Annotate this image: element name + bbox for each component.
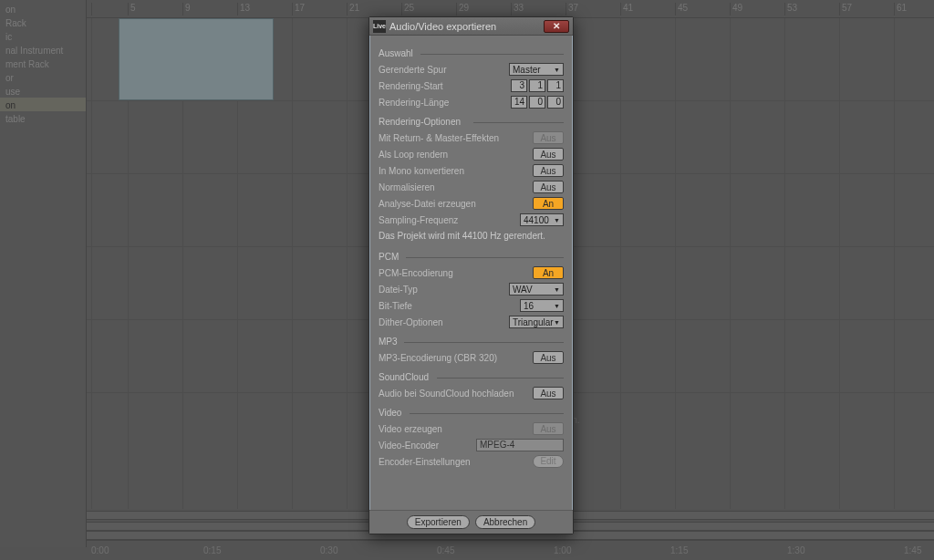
pcm-encode-label: PCM-Encodierung — [379, 268, 529, 278]
render-length-label: Rendering-Länge — [379, 98, 507, 108]
bar-ruler-tick: 61 — [894, 3, 907, 16]
time-ruler-tick: 0:00 — [91, 545, 109, 555]
mono-label: In Mono konvertieren — [379, 166, 529, 176]
render-length-sixteenths[interactable]: 0 — [547, 96, 564, 109]
close-button[interactable]: ✕ — [544, 20, 569, 33]
time-ruler-tick: 0:45 — [437, 545, 454, 555]
video-encoder-label: Video-Encoder — [379, 441, 444, 451]
browser-item[interactable]: or — [0, 70, 86, 84]
render-start-bars[interactable]: 3 — [511, 79, 527, 92]
video-create-label: Video erzeugen — [379, 424, 529, 434]
cancel-button[interactable]: Abbrechen — [475, 515, 535, 529]
loop-label: Als Loop rendern — [379, 150, 529, 160]
soundcloud-upload-label: Audio bei SoundCloud hochladen — [379, 389, 529, 399]
normalize-toggle[interactable]: Aus — [533, 181, 564, 193]
bar-ruler-tick: 9 — [182, 3, 191, 16]
return-master-label: Mit Return- & Master-Effekten — [379, 133, 529, 143]
render-start-beats[interactable]: 1 — [529, 79, 545, 92]
section-auswahl: Auswahl — [379, 48, 564, 58]
render-length-beats[interactable]: 0 — [529, 96, 545, 109]
bar-ruler-tick: 21 — [347, 3, 359, 16]
filetype-label: Datei-Typ — [379, 285, 505, 295]
bar-ruler-tick — [91, 3, 94, 16]
mp3-encode-label: MP3-Encodierung (CBR 320) — [379, 353, 529, 363]
browser-item[interactable]: nal Instrument — [0, 43, 86, 57]
loop-toggle[interactable]: Aus — [533, 148, 564, 161]
bitdepth-select[interactable]: 16▼ — [520, 299, 564, 312]
soundcloud-upload-toggle[interactable]: Aus — [533, 387, 564, 399]
rendered-track-label: Gerenderte Spur — [379, 65, 505, 75]
section-render-opts: Rendering-Optionen — [379, 117, 564, 127]
video-encoder-field: MPEG-4 — [476, 439, 564, 451]
render-length-bars[interactable]: 14 — [511, 96, 527, 109]
dialog-footer: Exportieren Abbrechen — [369, 510, 573, 534]
browser-item[interactable]: ic — [0, 29, 86, 43]
mp3-encode-toggle[interactable]: Aus — [533, 351, 564, 364]
browser-item[interactable]: on — [0, 2, 86, 16]
dither-select[interactable]: Triangular▼ — [509, 316, 564, 328]
bar-ruler-tick: 33 — [511, 3, 524, 16]
bar-ruler: 59131721252933374145495357616569 — [87, 0, 934, 18]
render-start-label: Rendering-Start — [379, 81, 507, 91]
bar-ruler-tick: 17 — [292, 3, 305, 16]
time-ruler: 0:000:150:300:451:001:151:301:452:00 — [87, 540, 934, 560]
dialog-titlebar: Live Audio/Video exportieren ✕ — [369, 17, 573, 36]
sample-rate-label: Sampling-Frequenz — [379, 215, 516, 225]
bar-ruler-tick: 49 — [730, 3, 742, 16]
bitdepth-label: Bit-Tiefe — [379, 301, 516, 311]
pcm-encode-toggle[interactable]: An — [533, 266, 564, 279]
bar-ruler-tick: 37 — [566, 3, 578, 16]
time-ruler-tick: 1:15 — [670, 545, 688, 555]
section-mp3: MP3 — [379, 337, 564, 347]
dialog-title: Audio/Video exportieren — [389, 21, 540, 32]
normalize-label: Normalisieren — [379, 182, 529, 192]
export-dialog: Live Audio/Video exportieren ✕ Auswahl G… — [368, 16, 574, 534]
bar-ruler-tick: 45 — [675, 3, 688, 16]
time-ruler-tick: 0:30 — [320, 545, 337, 555]
browser-panel: onRackicnal Instrumentment Rackoruseonta… — [0, 0, 87, 547]
video-create-toggle: Aus — [533, 422, 564, 435]
browser-item[interactable]: Rack — [0, 16, 86, 29]
browser-item[interactable]: ment Rack — [0, 57, 86, 70]
bar-ruler-tick: 25 — [401, 3, 414, 16]
dither-label: Dither-Optionen — [379, 317, 505, 327]
sample-rate-select[interactable]: 44100▼ — [520, 213, 564, 226]
analysis-file-label: Analyse-Datei erzeugen — [379, 199, 529, 209]
analysis-file-toggle[interactable]: An — [533, 197, 564, 210]
time-ruler-tick: 0:15 — [203, 545, 221, 555]
audio-clip-region — [119, 18, 274, 100]
time-ruler-tick: 1:45 — [904, 545, 921, 555]
time-ruler-tick: 1:00 — [554, 545, 571, 555]
app-icon: Live — [373, 20, 386, 33]
section-soundcloud: SoundCloud — [379, 372, 564, 382]
bar-ruler-tick: 41 — [620, 3, 633, 16]
return-master-toggle: Aus — [533, 131, 564, 144]
render-start-sixteenths[interactable]: 1 — [547, 79, 564, 92]
bar-ruler-tick: 53 — [784, 3, 797, 16]
browser-item[interactable]: on — [0, 98, 86, 111]
browser-item[interactable]: use — [0, 84, 86, 98]
encoder-settings-button: Edit — [533, 455, 564, 468]
time-ruler-tick: 1:30 — [787, 545, 804, 555]
bar-ruler-tick: 57 — [839, 3, 852, 16]
bar-ruler-tick: 5 — [128, 3, 136, 16]
filetype-select[interactable]: WAV▼ — [509, 283, 564, 296]
sample-rate-note: Das Projekt wird mit 44100 Hz gerendert. — [379, 231, 564, 241]
bar-ruler-tick: 29 — [456, 3, 469, 16]
mono-toggle[interactable]: Aus — [533, 164, 564, 177]
rendered-track-select[interactable]: Master▼ — [509, 63, 564, 76]
encoder-settings-label: Encoder-Einstellungen — [379, 457, 529, 467]
browser-item[interactable]: table — [0, 111, 86, 125]
bar-ruler-tick: 13 — [237, 3, 250, 16]
section-video: Video — [379, 408, 564, 418]
section-pcm: PCM — [379, 252, 564, 262]
export-button[interactable]: Exportieren — [407, 515, 470, 529]
